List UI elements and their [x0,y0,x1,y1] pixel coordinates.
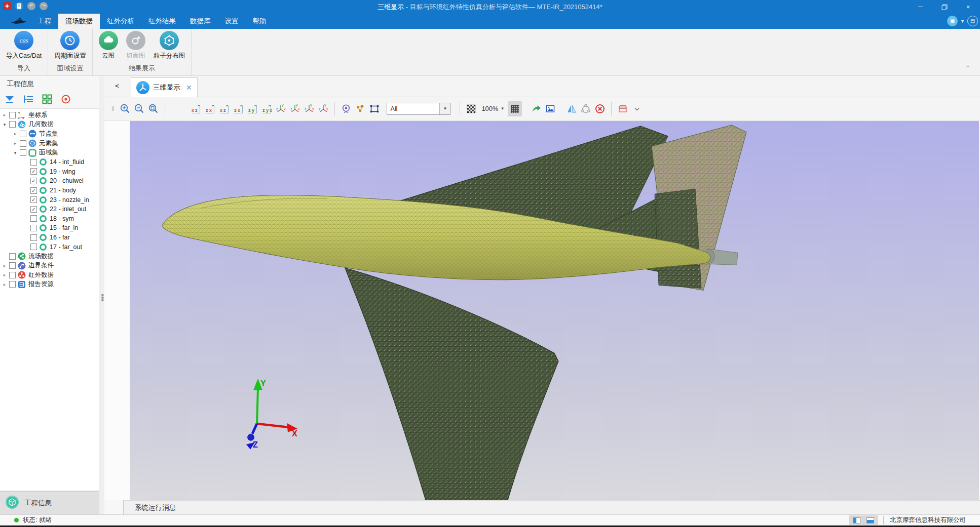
expander-collapsed-icon[interactable]: ▸ [2,112,8,117]
particle-dist-button[interactable]: 粒子分布图 [149,31,190,60]
menu-item-4[interactable]: 红外结果 [141,14,183,29]
section-box-dropdown[interactable] [630,101,644,116]
tree-row-12[interactable]: 18 - sym [0,214,99,224]
tree-checkbox[interactable] [30,234,37,241]
expander-collapsed-icon[interactable]: ▸ [12,141,18,146]
view-right-button[interactable]: zx [231,101,245,116]
view-top-button[interactable]: zy [245,101,259,116]
tree-checkbox[interactable]: ✓ [30,178,37,184]
tree-row-2[interactable]: ▾几何数据 [0,120,99,130]
menu-item-3[interactable]: 红外分析 [100,14,141,29]
slice-button[interactable]: 切面图 [122,31,149,60]
tree-checkbox[interactable] [9,253,16,260]
tree-row-3[interactable]: ▸节点集 [0,129,99,139]
tree-row-13[interactable]: 15 - far_in [0,223,99,233]
tree-checkbox[interactable]: ✓ [30,168,37,175]
iso-view-4-button[interactable]: yxz [316,101,330,116]
expander-expanded-icon[interactable]: ▾ [12,150,18,155]
tree-row-4[interactable]: ▸元素集 [0,139,99,148]
panel-splitter[interactable]: ●●● [99,76,104,514]
tree-row-16[interactable]: 流场数据 [0,252,99,261]
zoom-fit-button[interactable] [146,101,161,116]
tree-row-6[interactable]: 14 - int_fluid [0,157,99,167]
clear-scene-button[interactable] [593,101,607,116]
dropdown-caret-icon[interactable]: ▼ [960,19,965,24]
import-cas-dat-button[interactable]: cas导入Cas/Dat [2,31,46,60]
export-button[interactable] [529,101,543,116]
tree-checkbox[interactable] [20,131,26,137]
share-state-button[interactable] [579,101,593,116]
view-back-button[interactable]: zx [203,101,217,116]
tree-row-1[interactable]: ▸Yzx坐标系 [0,110,99,120]
tree-checkbox[interactable] [9,121,16,128]
iso-view-2-button[interactable]: yxz [288,101,302,116]
tree-checkbox[interactable] [9,262,16,269]
tree-checkbox[interactable] [9,272,16,278]
combo-dropdown-icon[interactable]: ▼ [439,103,450,114]
tree-row-9[interactable]: ✓21 - body [0,186,99,195]
viewport-3d[interactable]: Y X Z [130,121,979,500]
contour-button[interactable]: 云图 [95,31,122,60]
periodic-face-button[interactable]: 周期面设置 [50,31,90,60]
locate-icon[interactable] [60,93,72,105]
tree-checkbox[interactable] [9,112,16,118]
tree-checkbox[interactable] [20,140,26,147]
tab-close-icon[interactable]: ✕ [186,84,192,92]
mirror-button[interactable] [564,101,579,116]
tree-checkbox[interactable]: ✓ [30,206,37,213]
tree-checkbox[interactable] [30,215,37,222]
tree-row-19[interactable]: ▸报告资源 [0,280,99,290]
tree-checkbox[interactable] [9,281,16,288]
quick-view-icon[interactable]: ▣ [947,16,958,26]
expander-collapsed-icon[interactable]: ▸ [2,272,8,277]
tree-checkbox[interactable] [30,244,37,250]
menu-item-7[interactable]: 帮助 [246,14,274,29]
transparency-button[interactable] [464,101,478,116]
iso-view-1-button[interactable]: yxz [274,101,288,116]
expander-collapsed-icon[interactable]: ▸ [12,131,18,136]
toolbar-drag-handle[interactable]: ‖ [111,105,114,112]
minimize-button[interactable] [909,0,932,14]
tree-checkbox[interactable] [30,225,37,231]
close-button[interactable]: × [956,0,980,14]
layout-left-panel-icon[interactable] [853,517,860,523]
zoom-level-control[interactable]: 100%▼ [481,105,504,112]
view-left-button[interactable]: xz [217,101,231,116]
box-select-button[interactable] [367,101,382,116]
zoom-in-button[interactable] [118,101,132,116]
tree-checkbox[interactable] [20,149,26,156]
tree-row-15[interactable]: 17 - far_out [0,242,99,252]
expander-expanded-icon[interactable]: ▾ [2,122,8,127]
restore-button[interactable] [932,0,956,14]
grid-icon[interactable] [41,93,53,105]
layout-bottom-panel-icon[interactable] [866,517,874,523]
quick-save-icon[interactable]: ▤ [967,16,978,26]
list-icon[interactable] [22,93,34,105]
menu-item-5[interactable]: 数据库 [183,14,218,29]
ribbon-collapse-button[interactable]: ⌃ [966,65,970,70]
tree-checkbox[interactable] [30,159,37,166]
tree-row-18[interactable]: ▸红外数据 [0,270,99,280]
tree-row-7[interactable]: ✓19 - wing [0,167,99,177]
zoom-out-button[interactable] [132,101,146,116]
menu-item-6[interactable]: 设置 [218,14,246,29]
tree-checkbox[interactable]: ✓ [30,187,37,194]
display-filter-combo[interactable]: All▼ [387,103,450,115]
tree-row-11[interactable]: ✓22 - inlet_out [0,205,99,214]
section-box-button[interactable] [616,101,630,116]
tree-row-14[interactable]: 16 - far [0,233,99,242]
expander-collapsed-icon[interactable]: ▸ [2,282,8,287]
tree-checkbox[interactable]: ✓ [30,196,37,203]
tree-row-10[interactable]: ✓23 - nozzle_in [0,195,99,205]
menu-item-1[interactable]: 工程 [30,14,58,29]
tab-scroll-left-icon[interactable]: < [112,80,122,92]
grid-button[interactable] [508,101,522,116]
panel-footer-tab[interactable]: 工程信息 [0,491,99,514]
view-front-button[interactable]: xz [189,101,203,116]
tree-row-8[interactable]: ✓20 - chuiwei [0,176,99,186]
iso-view-3-button[interactable]: yxz [302,101,316,116]
menu-item-2[interactable]: 流场数据 [58,14,100,29]
tree-row-5[interactable]: ▾面域集 [0,148,99,157]
tab-3d-view[interactable]: 三维显示 ✕ [131,77,198,97]
expander-collapsed-icon[interactable]: ▸ [2,263,8,268]
